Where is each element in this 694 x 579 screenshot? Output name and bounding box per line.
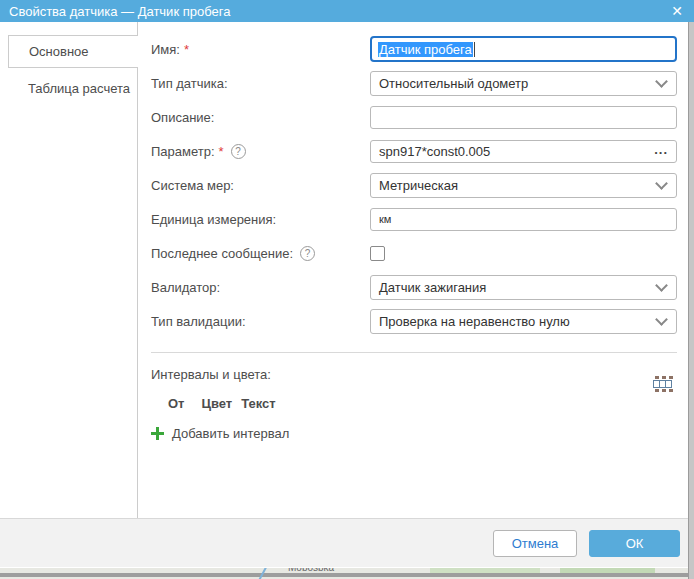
chevron-down-icon (655, 177, 668, 190)
measure-system-row: Система мер: Метрическая (138, 168, 688, 202)
parameter-label: Параметр: * ? (151, 144, 370, 159)
chevron-down-icon (655, 75, 668, 88)
validation-type-value: Проверка на неравенство нулю (379, 314, 570, 329)
validation-type-row: Тип валидации: Проверка на неравенство н… (138, 304, 688, 338)
validator-select[interactable]: Датчик зажигания (370, 275, 677, 300)
help-icon[interactable]: ? (231, 144, 246, 159)
validation-type-select[interactable]: Проверка на неравенство нулю (370, 309, 677, 334)
unit-input[interactable] (370, 208, 677, 231)
required-marker: * (184, 42, 189, 57)
dialog-titlebar: Свойства датчика — Датчик пробега ✕ (0, 0, 694, 22)
last-message-row: Последнее сообщение: ? (138, 236, 688, 270)
map-label-fragment: Mobosbka (288, 568, 334, 573)
close-icon[interactable]: ✕ (669, 0, 685, 22)
unit-label: Единица измерения: (151, 212, 370, 227)
dialog-sidebar: Основное Таблица расчета (0, 22, 138, 518)
cancel-button[interactable]: Отмена (493, 530, 577, 557)
ellipsis-button[interactable]: ... (654, 145, 668, 155)
measure-system-label: Система мер: (151, 178, 370, 193)
intervals-section: Интервалы и цвета: От Цвет Текст Добавит… (138, 366, 688, 441)
background-map-sliver: Mobosbka (0, 568, 694, 579)
chevron-down-icon (655, 313, 668, 326)
tab-main[interactable]: Основное (8, 35, 138, 68)
sensor-type-value: Относительный одометр (379, 76, 528, 91)
validator-label: Валидатор: (151, 280, 370, 295)
intervals-title: Интервалы и цвета: (151, 366, 688, 384)
sensor-type-row: Тип датчика: Относительный одометр (138, 66, 688, 100)
name-label: Имя: * (151, 42, 370, 57)
parameter-input[interactable] (370, 140, 677, 163)
parameter-row: Параметр: * ? ... (138, 134, 688, 168)
column-text: Текст (241, 396, 275, 411)
dialog-content: Имя: * Датчик пробега Тип датчика: Относ… (138, 22, 688, 518)
intervals-grid-icon[interactable] (653, 376, 673, 392)
column-from: От (168, 396, 184, 411)
background-app-edge (688, 22, 694, 579)
validator-value: Датчик зажигания (379, 280, 486, 295)
required-marker: * (219, 144, 224, 159)
name-row: Имя: * Датчик пробега (138, 32, 688, 66)
sensor-properties-dialog: Свойства датчика — Датчик пробега ✕ Осно… (0, 0, 694, 579)
description-label: Описание: (151, 110, 370, 125)
section-divider (151, 352, 677, 353)
sensor-type-select[interactable]: Относительный одометр (370, 71, 677, 96)
add-interval-button[interactable]: Добавить интервал (151, 426, 321, 441)
help-icon[interactable]: ? (300, 246, 315, 261)
intervals-header-row: От Цвет Текст (151, 396, 688, 411)
unit-row: Единица измерения: (138, 202, 688, 236)
add-interval-label: Добавить интервал (172, 426, 289, 441)
measure-system-value: Метрическая (379, 178, 458, 193)
dialog-footer: Отмена ОК (0, 518, 688, 567)
selected-text: Датчик пробега (378, 42, 473, 57)
description-input[interactable] (370, 106, 677, 129)
validator-row: Валидатор: Датчик зажигания (138, 270, 688, 304)
dialog-title: Свойства датчика — Датчик пробега (9, 4, 669, 19)
ok-button[interactable]: ОК (589, 530, 680, 557)
sensor-type-label: Тип датчика: (151, 76, 370, 91)
description-row: Описание: (138, 100, 688, 134)
last-message-label: Последнее сообщение: ? (151, 246, 370, 261)
text-caret (474, 42, 475, 57)
chevron-down-icon (655, 279, 668, 292)
last-message-checkbox[interactable] (370, 246, 385, 261)
validation-type-label: Тип валидации: (151, 314, 370, 329)
tab-calculation-table[interactable]: Таблица расчета (28, 79, 130, 99)
measure-system-select[interactable]: Метрическая (370, 173, 677, 198)
column-color: Цвет (201, 396, 232, 411)
map-road (0, 573, 694, 577)
name-input[interactable]: Датчик пробега (370, 36, 677, 62)
plus-icon (151, 427, 164, 440)
